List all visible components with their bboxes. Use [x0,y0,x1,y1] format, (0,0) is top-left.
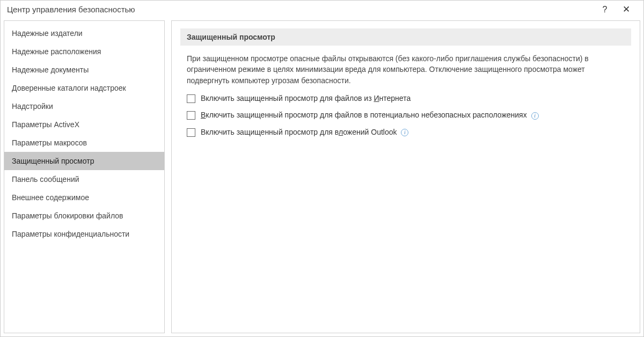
trust-center-window: Центр управления безопасностью ? ✕ Надеж… [0,0,644,337]
content-area: Надежные издатели Надежные расположения … [1,20,643,336]
sidebar-item-label: Надстройки [12,102,53,111]
sidebar-item-label: Параметры конфиденциальности [12,230,129,238]
sidebar-item-addins[interactable]: Надстройки [4,97,164,115]
section-description: При защищенном просмотре опасные файлы о… [180,53,631,93]
window-title: Центр управления безопасностью [7,5,594,14]
sidebar-item-label: Панель сообщений [12,175,79,184]
options-group: Включить защищенный просмотр для файлов … [180,93,631,138]
sidebar-item-label: Параметры ActiveX [12,120,79,129]
option-label: Включить защищенный просмотр для файлов … [201,110,625,121]
checkbox[interactable] [187,111,195,120]
sidebar: Надежные издатели Надежные расположения … [4,20,165,333]
option-label: Включить защищенный просмотр для файлов … [201,93,625,104]
sidebar-item-label: Внешнее содержимое [12,193,89,202]
titlebar: Центр управления безопасностью ? ✕ [1,1,643,20]
sidebar-item-file-block[interactable]: Параметры блокировки файлов [4,207,164,225]
option-outlook-attachments[interactable]: Включить защищенный просмотр для вложени… [187,127,625,138]
sidebar-item-label: Доверенные каталоги надстроек [12,84,126,92]
sidebar-item-label: Параметры блокировки файлов [12,211,123,220]
main-panel: Защищенный просмотр При защищенном просм… [171,20,640,333]
sidebar-item-label: Защищенный просмотр [12,157,94,165]
sidebar-item-activex[interactable]: Параметры ActiveX [4,115,164,134]
sidebar-item-external-content[interactable]: Внешнее содержимое [4,188,164,207]
checkbox[interactable] [187,128,195,137]
option-label: Включить защищенный просмотр для вложени… [201,127,625,138]
sidebar-item-privacy[interactable]: Параметры конфиденциальности [4,225,164,243]
sidebar-item-label: Надежные издатели [12,29,83,38]
option-internet-files[interactable]: Включить защищенный просмотр для файлов … [187,93,625,104]
help-button[interactable]: ? [594,5,616,14]
sidebar-item-macro-settings[interactable]: Параметры макросов [4,134,164,152]
info-icon[interactable]: i [401,129,408,136]
sidebar-item-trusted-locations[interactable]: Надежные расположения [4,42,164,61]
sidebar-item-trusted-documents[interactable]: Надежные документы [4,61,164,79]
close-button[interactable]: ✕ [616,4,637,15]
sidebar-item-label: Надежные документы [12,65,89,74]
section-header: Защищенный просмотр [180,28,631,46]
sidebar-item-trusted-publishers[interactable]: Надежные издатели [4,24,164,42]
sidebar-item-label: Надежные расположения [12,47,101,56]
sidebar-item-message-bar[interactable]: Панель сообщений [4,170,164,188]
sidebar-item-label: Параметры макросов [12,138,87,147]
option-unsafe-locations[interactable]: Включить защищенный просмотр для файлов … [187,110,625,121]
checkbox[interactable] [187,94,195,103]
sidebar-item-trusted-addin-catalogs[interactable]: Доверенные каталоги надстроек [4,79,164,97]
info-icon[interactable]: i [531,112,539,120]
sidebar-item-protected-view[interactable]: Защищенный просмотр [4,152,164,170]
